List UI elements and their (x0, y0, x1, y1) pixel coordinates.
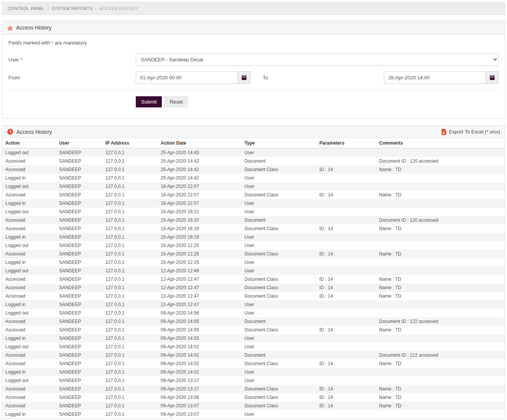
from-date-input[interactable] (136, 71, 238, 84)
table-cell: Document (242, 317, 316, 326)
table-cell: 127.0.0.1 (102, 199, 158, 208)
table-cell: 127.0.0.1 (102, 343, 158, 351)
table-cell: ID : 14 (316, 224, 376, 233)
table-row: Logged inSANDEEP127.0.0.109-Apr-2020 14:… (2, 368, 505, 376)
table-cell: Accessed (2, 351, 56, 359)
table-cell (376, 199, 505, 208)
table-cell: SANDEEP (56, 351, 102, 359)
table-cell: Accessed (2, 191, 56, 199)
table-cell: SANDEEP (56, 343, 102, 351)
table-cell: 127.0.0.1 (102, 165, 158, 174)
table-cell: SANDEEP (56, 410, 102, 418)
table-row: Logged outSANDEEP127.0.0.125-Apr-2020 14… (2, 148, 505, 157)
table-cell: 127.0.0.1 (102, 351, 158, 359)
table-cell: 127.0.0.1 (102, 368, 158, 376)
table-cell: SANDEEP (56, 292, 102, 300)
table-cell: Name : TD (376, 275, 505, 283)
column-header-ip-address: IP Address (102, 138, 158, 148)
table-cell: User (242, 208, 316, 216)
user-label-text: User (8, 57, 19, 63)
breadcrumb-access-history: ACCESS HISTORY (99, 6, 138, 11)
table-cell: 127.0.0.1 (102, 174, 158, 182)
breadcrumb-separator: / (48, 6, 49, 11)
column-header-parameters: Parameters (316, 138, 376, 148)
table-cell: Document Class (242, 359, 316, 368)
table-cell (376, 300, 505, 309)
results-panel: Access History Export To Excel (*.xlsx) … (2, 125, 505, 419)
table-cell: Logged in (2, 174, 56, 182)
table-cell (316, 157, 376, 165)
user-required-star: * (20, 57, 22, 63)
table-cell: Accessed (2, 224, 56, 233)
table-cell (316, 208, 376, 216)
table-cell: 09-Apr-2020 14:02 (158, 359, 242, 368)
table-row: AccessedSANDEEP127.0.0.109-Apr-2020 13:0… (2, 402, 505, 410)
table-cell: 18-Apr-2020 22:07 (158, 191, 242, 199)
table-row: AccessedSANDEEP127.0.0.115-Apr-2020 12:2… (2, 250, 505, 258)
table-cell: 09-Apr-2020 14:55 (158, 326, 242, 334)
table-cell (316, 317, 376, 326)
breadcrumb-control-panel[interactable]: CONTROL PANEL (8, 6, 45, 11)
table-cell: Logged in (2, 300, 56, 309)
filter-panel-title: Access History (16, 25, 52, 31)
table-cell: ID : 14 (316, 250, 376, 258)
table-cell: ID : 14 (316, 402, 376, 410)
table-cell: 15-Apr-2020 16:21 (158, 208, 242, 216)
table-cell: User (242, 376, 316, 385)
table-row: AccessedSANDEEP127.0.0.109-Apr-2020 13:1… (2, 385, 505, 393)
column-header-user: User (56, 138, 102, 148)
table-cell: 127.0.0.1 (102, 317, 158, 326)
table-cell: 09-Apr-2020 13:07 (158, 402, 242, 410)
table-row: Logged inSANDEEP127.0.0.109-Apr-2020 13:… (2, 410, 505, 418)
breadcrumb-system-reports[interactable]: SYSTEM REPORTS (51, 6, 92, 11)
table-cell: User (242, 300, 316, 309)
table-cell: Document (242, 157, 316, 165)
table-cell: Document ID : 122 accessed (376, 351, 505, 359)
table-cell: 127.0.0.1 (102, 275, 158, 283)
to-date-input[interactable] (384, 71, 486, 84)
table-cell: SANDEEP (56, 376, 102, 385)
table-cell: 127.0.0.1 (102, 283, 158, 292)
table-cell: 127.0.0.1 (102, 250, 158, 258)
table-cell: SANDEEP (56, 275, 102, 283)
table-row: AccessedSANDEEP127.0.0.109-Apr-2020 14:5… (2, 326, 505, 334)
results-panel-title: Access History (16, 129, 52, 135)
table-cell: 127.0.0.1 (102, 157, 158, 165)
table-cell: SANDEEP (56, 385, 102, 393)
table-cell (376, 233, 505, 241)
table-cell: Name : TD (376, 393, 505, 402)
table-cell: SANDEEP (56, 326, 102, 334)
filter-panel: Access History Fields marked with * are … (2, 21, 505, 119)
table-cell: SANDEEP (56, 148, 102, 157)
table-cell: 127.0.0.1 (102, 402, 158, 410)
to-date-group (384, 71, 499, 84)
mandatory-note-suffix: are mandatory (53, 40, 87, 46)
to-calendar-button[interactable] (486, 71, 499, 84)
table-cell: 18-Apr-2020 22:07 (158, 199, 242, 208)
from-label: From (8, 75, 136, 81)
column-header-type: Type (242, 138, 316, 148)
table-row: AccessedSANDEEP127.0.0.112-Apr-2020 12:4… (2, 292, 505, 300)
table-cell: 09-Apr-2020 13:08 (158, 393, 242, 402)
table-cell (316, 351, 376, 359)
submit-button[interactable]: Submit (136, 96, 162, 107)
user-select[interactable]: SANDEEP - Sandeep Desai (136, 53, 499, 66)
table-cell: 09-Apr-2020 14:55 (158, 334, 242, 343)
table-cell: ID : 14 (316, 165, 376, 174)
table-cell: 12-Apr-2020 12:47 (158, 300, 242, 309)
table-cell: 127.0.0.1 (102, 385, 158, 393)
reset-button[interactable]: Reset (164, 96, 188, 107)
breadcrumb-separator: / (95, 6, 96, 11)
table-cell: Document Class (242, 250, 316, 258)
export-to-excel-link[interactable]: Export To Excel (*.xlsx) (441, 129, 500, 135)
table-cell: 127.0.0.1 (102, 292, 158, 300)
table-cell (376, 368, 505, 376)
table-cell: Document Class (242, 292, 316, 300)
table-cell: Accessed (2, 326, 56, 334)
column-header-action-date: Action Date (158, 138, 242, 148)
table-cell: SANDEEP (56, 283, 102, 292)
table-cell (316, 368, 376, 376)
table-cell: Accessed (2, 292, 56, 300)
from-calendar-button[interactable] (238, 71, 250, 84)
column-header-action: Action (2, 138, 56, 148)
